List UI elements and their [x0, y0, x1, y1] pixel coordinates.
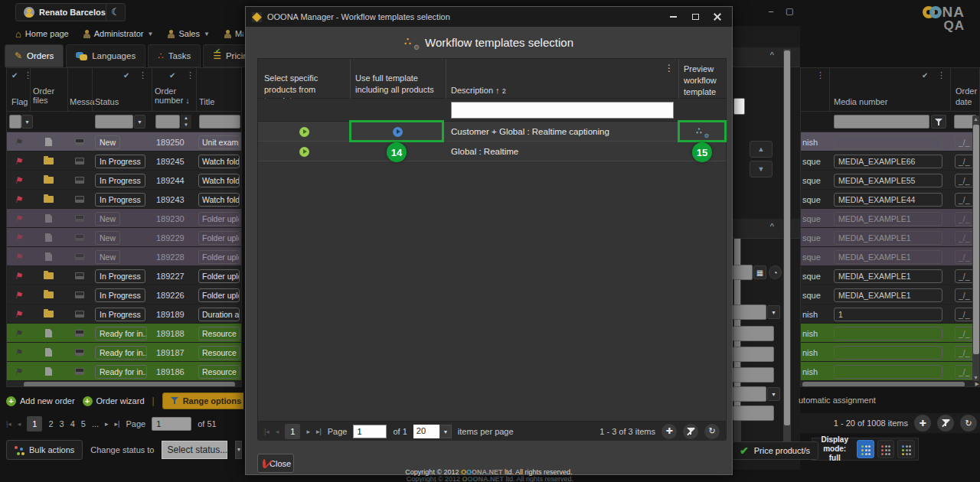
scrollbar-thumb[interactable] [734, 228, 740, 412]
page-button[interactable]: 2 [48, 419, 53, 428]
text-input[interactable] [733, 347, 774, 362]
range-options-button[interactable]: Range options [162, 392, 243, 409]
dark-mode-toggle[interactable]: ☾ [106, 3, 126, 21]
main-minimize-button[interactable]: – [769, 6, 773, 15]
last-page-icon[interactable]: ▸| [316, 428, 322, 435]
prev-page-icon[interactable]: ◂ [18, 420, 21, 428]
calendar-icon[interactable]: ▦ [753, 265, 766, 279]
horizontal-scrollbar[interactable]: ▶ [801, 381, 980, 387]
dropdown-button[interactable]: ▼ [767, 305, 780, 319]
table-row[interactable]: sque MEDIA_EXAMPLE1 _/_ [801, 285, 980, 305]
modal-maximize-button[interactable] [687, 11, 704, 23]
table-row[interactable]: ⚑ In Progress 189189 Duration auto [7, 305, 242, 324]
col-order-number[interactable]: Order number ↓ [155, 86, 194, 105]
column-menu-icon[interactable]: ⋮ [937, 70, 946, 80]
last-page-icon[interactable]: ▸| [115, 420, 120, 428]
select-all-icon[interactable]: ✔ [922, 71, 928, 80]
table-row[interactable]: ⚑ Ready for in... 189187 Resource req [7, 343, 242, 362]
scroll-right-icon[interactable]: ▶ [975, 381, 979, 387]
page-button[interactable]: 3 [60, 419, 64, 428]
column-menu-icon[interactable]: ⋮ [665, 62, 674, 74]
text-input[interactable] [733, 405, 774, 421]
scrollbar-thumb[interactable] [973, 125, 979, 354]
table-row[interactable]: nish _/_ [801, 343, 980, 362]
nav-home[interactable]: ⌂ Home page [15, 28, 69, 40]
first-page-icon[interactable]: |◂ [6, 420, 11, 428]
next-page-icon[interactable]: ▸ [306, 428, 310, 435]
user-chip[interactable]: Renato Barcelos [15, 3, 114, 21]
order-number-filter-input[interactable] [155, 115, 180, 129]
table-row[interactable]: nish _/_ [801, 132, 980, 151]
page-button-more[interactable]: ... [92, 419, 99, 428]
description-filter-input[interactable] [451, 102, 674, 119]
table-row[interactable]: ⚑ In Progress 189227 Folder upload [7, 266, 242, 285]
clear-filter-icon[interactable] [937, 415, 954, 432]
order-wizard-button[interactable]: + Order wizard [83, 396, 145, 406]
horizontal-scrollbar[interactable] [7, 381, 242, 387]
modal-close-icon[interactable] [709, 11, 726, 23]
table-row[interactable]: ⚑ In Progress 189245 Watch folder [7, 151, 242, 171]
col-order-files[interactable]: Order files [33, 86, 67, 105]
template-row[interactable]: Customer + Global : Realtime captioning [258, 122, 726, 142]
table-row[interactable]: ⚑ Ready for in... 189188 Resource req [7, 324, 242, 343]
table-row[interactable]: ⚑ In Progress 189244 Watch folder [7, 171, 242, 190]
refresh-icon[interactable]: ↻ [704, 424, 720, 439]
next-page-icon[interactable]: ▸ [105, 420, 109, 428]
modal-minimize-button[interactable] [665, 11, 681, 23]
table-row[interactable]: ⚑ New 189229 Folder upload [7, 228, 242, 247]
table-row[interactable]: sque MEDIA_EXAMPLE1 _/_ [801, 266, 980, 285]
dropdown-input[interactable] [733, 305, 766, 320]
template-row[interactable]: Global : Realtime [258, 142, 726, 161]
text-input[interactable] [733, 326, 774, 341]
nav-sales[interactable]: Sales▼ [167, 29, 209, 38]
clear-filter-icon[interactable] [683, 424, 698, 439]
col-order-date-2[interactable]: date [956, 97, 972, 106]
column-menu-icon[interactable]: ⋮ [816, 70, 825, 80]
page-button[interactable]: 4 [70, 419, 75, 428]
scrollbar-thumb[interactable] [802, 382, 965, 387]
media-filter-funnel[interactable] [931, 115, 946, 129]
page-button[interactable]: 5 [81, 419, 86, 428]
table-row[interactable]: ⚑ In Progress 189226 Folder upload [7, 285, 242, 305]
col-media-number[interactable]: Media number [834, 97, 887, 106]
order-number-stepper[interactable]: ▲▼ [181, 115, 191, 129]
first-page-icon[interactable]: |◂ [264, 428, 270, 435]
flag-filter-input[interactable] [9, 115, 21, 129]
select-products-play-icon[interactable] [299, 147, 309, 157]
col-preview-workflow[interactable]: Preview workflow template [684, 64, 717, 98]
status-filter-input[interactable] [95, 115, 133, 129]
table-row[interactable]: sque MEDIA_EXAMPLE55 _/_ [801, 171, 980, 190]
scroll-up-icon[interactable]: ▲ [973, 116, 978, 122]
column-menu-icon[interactable]: ⋮ [24, 70, 32, 80]
prev-page-icon[interactable]: ◂ [276, 428, 279, 435]
column-menu-icon[interactable]: ⋮ [139, 70, 147, 80]
select-all-icon[interactable]: ✔ [123, 71, 129, 80]
select-products-play-icon[interactable] [299, 127, 309, 137]
display-mode-full-button[interactable] [857, 440, 874, 458]
col-title[interactable]: Title [199, 97, 214, 106]
title-filter-input[interactable] [199, 115, 240, 129]
table-row[interactable]: sque MEDIA_EXAMPLE1 _/_ [801, 228, 980, 247]
move-up-button[interactable]: ▲ [750, 141, 773, 158]
select-status-dropdown[interactable]: Select status... [162, 441, 227, 459]
status-filter-dropdown[interactable]: ▼ [134, 115, 145, 129]
tab-tasks[interactable]: ∴ Tasks [148, 44, 201, 67]
scrollbar-thumb[interactable] [24, 382, 235, 387]
table-row[interactable]: nish _/_ [801, 324, 980, 343]
table-row[interactable]: sque MEDIA_EXAMPLE66 _/_ [801, 151, 980, 171]
refresh-icon[interactable]: ↻ [960, 415, 977, 432]
price-products-button[interactable]: ✔ Price product/s [731, 441, 818, 460]
page-input[interactable] [152, 417, 191, 431]
media-filter-input[interactable] [834, 115, 929, 129]
col-use-full-template[interactable]: Use full template including all products [355, 73, 446, 96]
page-button-active[interactable]: 1 [27, 416, 42, 432]
text-input[interactable] [733, 367, 774, 383]
table-row[interactable]: ⚑ New 189230 Folder upload [7, 209, 242, 228]
table-row[interactable]: nish 1 _/_ [801, 305, 980, 324]
add-new-order-button[interactable]: + Add new order [6, 396, 75, 406]
bulk-actions-button[interactable]: Bulk actions [6, 440, 83, 460]
items-per-page-select[interactable]: 20▼ [413, 425, 452, 438]
col-description[interactable]: Description ↑ 2 [451, 85, 506, 96]
select-all-icon[interactable]: ✔ [169, 71, 175, 80]
display-mode-mixed-button[interactable] [897, 440, 915, 458]
